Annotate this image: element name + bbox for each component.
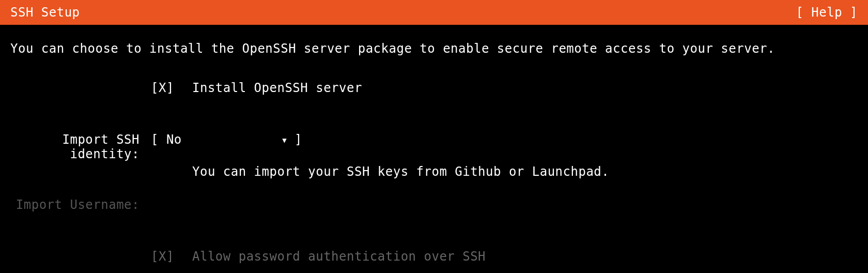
import-username-label: Import Username: [10,198,145,212]
import-identity-row: Import SSH identity: [ No ▼ ] [10,132,858,161]
main-content: You can choose to install the OpenSSH se… [0,25,868,264]
allow-password-row: [X] Allow password authentication over S… [10,249,858,264]
import-help-row: You can import your SSH keys from Github… [10,164,858,179]
allow-password-label: Allow password authentication over SSH [192,249,858,264]
import-identity-select[interactable]: [ No ▼ ] [151,132,302,147]
page-title: SSH Setup [10,5,80,20]
import-help-text: You can import your SSH keys from Github… [192,164,858,179]
import-username-row: Import Username: [10,198,858,212]
install-openssh-checkbox[interactable]: [X] [151,81,192,95]
install-openssh-row: [X] Install OpenSSH server [10,81,858,95]
help-button[interactable]: [ Help ] [796,5,858,20]
chevron-down-icon: ▼ [282,136,287,144]
allow-password-checkbox: [X] [151,249,192,264]
install-openssh-label: Install OpenSSH server [192,81,858,95]
description-text: You can choose to install the OpenSSH se… [10,41,858,56]
import-identity-value: No [166,132,182,147]
import-identity-label: Import SSH identity: [10,132,145,161]
header-bar: SSH Setup [ Help ] [0,0,868,25]
